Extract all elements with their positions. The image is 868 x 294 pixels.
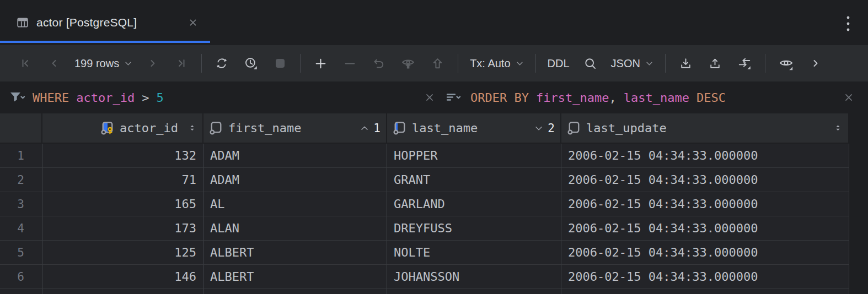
cell-first-name[interactable]: ADAM — [203, 168, 387, 192]
sort-indicator-desc[interactable]: 2 — [534, 122, 555, 135]
sort-indicator-asc[interactable]: 1 — [360, 122, 381, 135]
column-header-last-update[interactable]: last_update — [561, 113, 849, 144]
row-number[interactable]: 3 — [0, 192, 42, 216]
cell-last-update[interactable]: 2006-02-15 04:34:33.000000 — [561, 168, 849, 192]
page-size-label: 199 rows — [74, 57, 119, 70]
cell-actor-id[interactable]: 146 — [42, 265, 203, 289]
upload-icon[interactable] — [706, 53, 724, 73]
page-size-selector[interactable]: 199 rows — [74, 57, 132, 70]
next-page-button[interactable] — [144, 53, 161, 73]
cell-first-name[interactable]: ADAM — [203, 144, 387, 168]
row-number[interactable]: 6 — [0, 265, 42, 289]
search-icon[interactable] — [582, 53, 599, 73]
export-format-selector[interactable]: JSON — [611, 57, 653, 70]
toolbar-separator — [300, 54, 301, 73]
row-gutter — [849, 241, 868, 265]
transaction-mode-selector[interactable]: Tx: Auto — [470, 57, 523, 70]
chevron-up-icon — [360, 124, 369, 132]
ddl-button[interactable]: DDL — [548, 57, 570, 70]
filter-bar: WHERE actor_id > 5 ORDER BY first_name , — [0, 81, 868, 113]
cell-first-name[interactable]: AL — [203, 192, 387, 216]
cell-last-name[interactable]: GARLAND — [387, 192, 561, 216]
row-number[interactable]: 5 — [0, 241, 42, 265]
toolbar-separator — [458, 54, 458, 73]
datagrip-data-editor: actor [PostgreSQL] 199 rows — [0, 0, 868, 294]
cell-actor-id[interactable]: 71 — [42, 168, 203, 192]
toolbar-separator — [535, 54, 536, 73]
view-options-icon[interactable] — [777, 53, 795, 73]
column-header-actor-id[interactable]: actor_id — [42, 113, 203, 144]
where-column: actor_id — [76, 91, 135, 105]
tab-close-icon[interactable] — [187, 17, 199, 29]
order-expression[interactable]: ORDER BY first_name , last_name DESC — [470, 91, 726, 105]
cell-last-update[interactable]: 2006-02-15 04:34:33.000000 — [561, 265, 849, 289]
sort-lines-icon[interactable] — [446, 91, 463, 104]
clear-filter-icon[interactable] — [421, 89, 438, 106]
column-label: first_name — [228, 121, 301, 135]
cell-last-name[interactable]: HOPPER — [387, 144, 561, 168]
cell-actor-id[interactable]: 125 — [42, 241, 203, 265]
commit-preview-button[interactable] — [399, 53, 417, 73]
tab-actor-postgresql[interactable]: actor [PostgreSQL] — [0, 0, 210, 45]
cell-first-name[interactable]: ALBERT — [203, 265, 387, 289]
column-label: last_name — [412, 121, 478, 135]
order-column-1: first_name — [536, 91, 609, 105]
cell-actor-id[interactable]: 173 — [42, 216, 203, 241]
order-column-2: last_name — [624, 91, 689, 105]
where-operator: > — [142, 91, 149, 105]
row-number[interactable]: 1 — [0, 144, 42, 168]
last-page-button[interactable] — [173, 53, 190, 73]
grid-toolbar: 199 rows — [0, 45, 868, 81]
row-gutter — [849, 144, 868, 168]
cell-last-name[interactable]: NOLTE — [387, 241, 561, 265]
column-icon — [567, 121, 581, 135]
first-page-button[interactable] — [17, 53, 34, 73]
previous-page-button[interactable] — [46, 53, 62, 73]
order-comma: , — [609, 91, 616, 105]
schedule-refresh-button[interactable] — [242, 53, 260, 73]
row-number[interactable]: 4 — [0, 216, 42, 241]
cell-last-update[interactable]: 2006-02-15 04:34:33.000000 — [561, 241, 849, 265]
download-icon[interactable] — [677, 53, 694, 73]
cell-last-name[interactable]: GRANT — [387, 168, 561, 192]
row-number — [0, 289, 42, 294]
row-gutter — [849, 168, 868, 192]
add-row-button[interactable] — [312, 53, 329, 73]
chevron-down-icon — [645, 59, 653, 68]
column-icon — [209, 121, 223, 135]
order-keyword: ORDER BY — [470, 91, 529, 105]
toolbar-overflow-chevron-icon[interactable] — [807, 53, 824, 73]
more-menu-icon[interactable] — [842, 14, 855, 33]
refresh-button[interactable] — [213, 53, 230, 73]
cell-actor-id[interactable]: 165 — [42, 192, 203, 216]
cell-actor-id[interactable]: 132 — [42, 144, 203, 168]
cell-last-name[interactable]: DREYFUSS — [387, 216, 561, 241]
stop-button[interactable] — [272, 53, 288, 73]
cell — [203, 289, 387, 294]
where-expression[interactable]: WHERE actor_id > 5 — [33, 91, 164, 105]
row-number[interactable]: 2 — [0, 168, 42, 192]
compare-data-icon[interactable] — [736, 53, 753, 73]
transaction-mode-label: Tx: Auto — [470, 57, 510, 70]
sort-both-icon[interactable] — [833, 123, 843, 133]
filter-funnel-icon[interactable] — [9, 90, 25, 105]
primary-key-column-icon — [100, 121, 115, 135]
undo-button[interactable] — [371, 53, 387, 73]
cell-last-name[interactable]: JOHANSSON — [387, 265, 561, 289]
export-format-label: JSON — [611, 57, 640, 70]
delete-row-button[interactable] — [341, 53, 358, 73]
cell-last-update[interactable]: 2006-02-15 04:34:33.000000 — [561, 216, 849, 241]
where-value: 5 — [156, 91, 163, 105]
column-header-first-name[interactable]: first_name 1 — [203, 113, 387, 144]
header-row-number[interactable] — [0, 113, 42, 144]
column-header-last-name[interactable]: last_name 2 — [387, 113, 561, 144]
sort-both-icon[interactable] — [187, 123, 197, 133]
cell-first-name[interactable]: ALAN — [203, 216, 387, 241]
column-label: actor_id — [120, 121, 178, 135]
submit-button[interactable] — [429, 53, 446, 73]
cell — [42, 289, 203, 294]
cell-last-update[interactable]: 2006-02-15 04:34:33.000000 — [561, 192, 849, 216]
cell-first-name[interactable]: ALBERT — [203, 241, 387, 265]
cell-last-update[interactable]: 2006-02-15 04:34:33.000000 — [561, 144, 849, 168]
clear-order-icon[interactable] — [840, 89, 857, 106]
